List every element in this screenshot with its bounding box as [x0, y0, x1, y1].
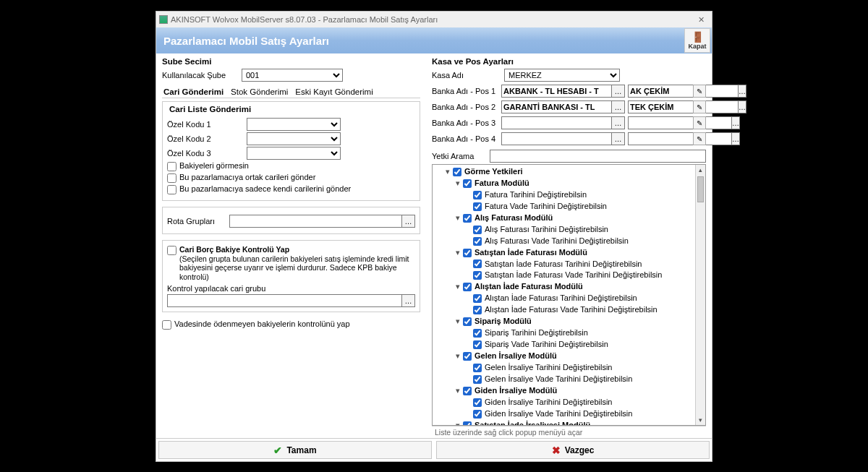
close-icon[interactable]: ✕: [693, 15, 709, 25]
ok-button[interactable]: ✔ Tamam: [158, 441, 432, 459]
right-panel: Kasa ve Pos Ayarları Kasa Adı MERKEZ Ban…: [426, 53, 712, 438]
tree-n4b-chk[interactable]: [473, 306, 482, 314]
tree-n3a-chk[interactable]: [473, 259, 482, 268]
tree-n2a-chk[interactable]: [473, 226, 482, 234]
cancel-button[interactable]: ✖ Vazgec: [436, 441, 710, 459]
tree-n7: Giden İrsaliye Modülü: [475, 385, 557, 397]
pos3-type-input[interactable]: [628, 116, 732, 129]
pos1-label: Banka Adı - Pos 1: [432, 87, 498, 95]
permissions-tree[interactable]: ▾Görme Yetkileri ▾Fatura Modülü Fatura T…: [432, 164, 706, 426]
tree-n7a: Giden İrsaliye Tarihini Değiştirebilsin: [485, 397, 612, 408]
tree-n4b: Alıştan İade Faturası Vade Tarihini Deği…: [485, 304, 658, 316]
rota-browse-button[interactable]: …: [402, 215, 415, 228]
pos3-edit-button[interactable]: ✎: [693, 116, 706, 129]
pos4-edit-button[interactable]: ✎: [693, 132, 706, 145]
tree-n5b: Sipariş Vade Tarihini Değiştirebilsin: [485, 339, 608, 351]
scroll-down-icon[interactable]: ▾: [696, 415, 705, 425]
tree-n7a-chk[interactable]: [473, 398, 482, 407]
tree-n8-chk[interactable]: [463, 421, 472, 426]
ozel1-select[interactable]: [247, 118, 341, 131]
pos4-label: Banka Adı - Pos 4: [432, 134, 498, 143]
cancel-label: Vazgec: [565, 445, 595, 455]
pos2-type-input[interactable]: [628, 100, 739, 113]
tab-stok-gonderimi[interactable]: Stok Gönderimi: [229, 86, 289, 98]
pos1-type-browse[interactable]: …: [739, 85, 746, 98]
kontrol-browse-button[interactable]: …: [402, 294, 415, 307]
ozel3-label: Özel Kodu 3: [167, 149, 247, 158]
pos4-bank-browse[interactable]: …: [612, 132, 625, 145]
pos1-bank-browse[interactable]: …: [612, 85, 625, 98]
scroll-thumb[interactable]: [697, 176, 704, 202]
tab-cari-gonderimi[interactable]: Cari Gönderimi: [162, 86, 225, 98]
chk-vadesinde[interactable]: [162, 320, 171, 330]
tree-n2a: Alış Faturası Tarihini Değiştirebilsin: [485, 224, 608, 236]
tree-n2-chk[interactable]: [463, 214, 472, 223]
yetki-search-input[interactable]: [490, 150, 706, 163]
tree-n3a: Satıştan İade Faturası Tarihini Değiştir…: [485, 259, 642, 270]
pos2-type-browse[interactable]: …: [739, 100, 746, 113]
kasa-select[interactable]: MERKEZ: [504, 69, 620, 82]
pos1-bank-input[interactable]: [501, 85, 612, 98]
pos3-bank-browse[interactable]: …: [612, 116, 625, 129]
pos4-type-input[interactable]: [628, 132, 732, 145]
pos4-type-browse[interactable]: …: [732, 132, 740, 145]
tab-eski-kayit[interactable]: Eski Kayıt Gönderimi: [294, 86, 374, 98]
pos2-bank-browse[interactable]: …: [612, 100, 625, 113]
tree-n7b-chk[interactable]: [473, 410, 482, 419]
footer: ✔ Tamam ✖ Vazgec: [156, 438, 712, 461]
kasa-title: Kasa ve Pos Ayarları: [432, 57, 706, 66]
sube-secimi-title: Sube Secimi: [162, 57, 420, 66]
tree-n3b: Satıştan İade Faturası Vade Tarihini Değ…: [485, 270, 662, 281]
rota-label: Rota Grupları: [167, 217, 229, 226]
tree-n8: Satıştan İade İrsaliyesi Modülü: [475, 420, 590, 426]
chk-bakiye[interactable]: [167, 162, 176, 171]
tree-n5a-chk[interactable]: [473, 329, 482, 338]
tree-n1b-chk[interactable]: [473, 202, 482, 211]
tree-n1: Fatura Modülü: [475, 178, 529, 189]
kasa-label: Kasa Adı: [432, 71, 504, 80]
cari-liste-title: Cari Liste Gönderimi: [167, 105, 253, 113]
tree-n6a-chk[interactable]: [473, 364, 482, 372]
pos3-bank-input[interactable]: [501, 116, 612, 129]
chk-kendi[interactable]: [167, 185, 176, 194]
pos1-type-input[interactable]: [628, 85, 739, 98]
chk-bakiye-kontrol[interactable]: [167, 246, 176, 255]
ozel2-select[interactable]: [247, 132, 341, 145]
yetki-label: Yetki Arama: [432, 152, 490, 160]
tree-n6b-chk[interactable]: [473, 375, 482, 384]
chk-ortak[interactable]: [167, 173, 176, 183]
sube-select[interactable]: 001: [242, 69, 343, 82]
tree-n4-chk[interactable]: [463, 283, 472, 291]
rota-input[interactable]: [229, 215, 402, 228]
kontrol-input[interactable]: [167, 294, 402, 307]
tree-n2b-chk[interactable]: [473, 237, 482, 246]
tree-n3b-chk[interactable]: [473, 271, 482, 280]
tree-n3: Satıştan İade Faturası Modülü: [475, 247, 587, 259]
cari-liste-group: Cari Liste Gönderimi Özel Kodu 1 Özel Ko…: [162, 101, 420, 201]
pos3-type-browse[interactable]: …: [732, 116, 740, 129]
tree-n5b-chk[interactable]: [473, 340, 482, 349]
tree-n4a-chk[interactable]: [473, 294, 482, 303]
rota-group: Rota Grupları …: [162, 207, 420, 234]
pos4-bank-input[interactable]: [501, 132, 612, 145]
pos2-bank-input[interactable]: [501, 100, 612, 113]
scroll-up-icon[interactable]: ▴: [696, 165, 705, 175]
bakiye-kontrol-group: Cari Borç Bakiye Kontrolü Yap (Seçilen g…: [162, 240, 420, 312]
tree-root-chk[interactable]: [453, 168, 461, 176]
tree-n6-chk[interactable]: [463, 352, 472, 361]
tree-n3-chk[interactable]: [463, 249, 472, 257]
tree-n1-chk[interactable]: [463, 179, 472, 188]
ozel2-label: Özel Kodu 2: [167, 134, 247, 143]
ozel3-select[interactable]: [247, 147, 341, 160]
tree-scrollbar[interactable]: ▴ ▾: [695, 165, 705, 425]
tree-n1a-chk[interactable]: [473, 191, 482, 199]
banner: Pazarlamacı Mobil Satış Ayarları 🚪 Kapat: [156, 27, 712, 53]
pos2-edit-button[interactable]: ✎: [693, 100, 706, 113]
tree-n5-chk[interactable]: [463, 317, 472, 326]
tree-n2b: Alış Faturası Vade Tarihini Değiştirebil…: [485, 236, 629, 247]
pos1-edit-button[interactable]: ✎: [693, 85, 706, 98]
tree-n2: Alış Faturası Modülü: [475, 213, 553, 224]
banner-title: Pazarlamacı Mobil Satış Ayarları: [163, 35, 329, 47]
kapat-button[interactable]: 🚪 Kapat: [684, 28, 710, 53]
tree-n7-chk[interactable]: [463, 387, 472, 395]
